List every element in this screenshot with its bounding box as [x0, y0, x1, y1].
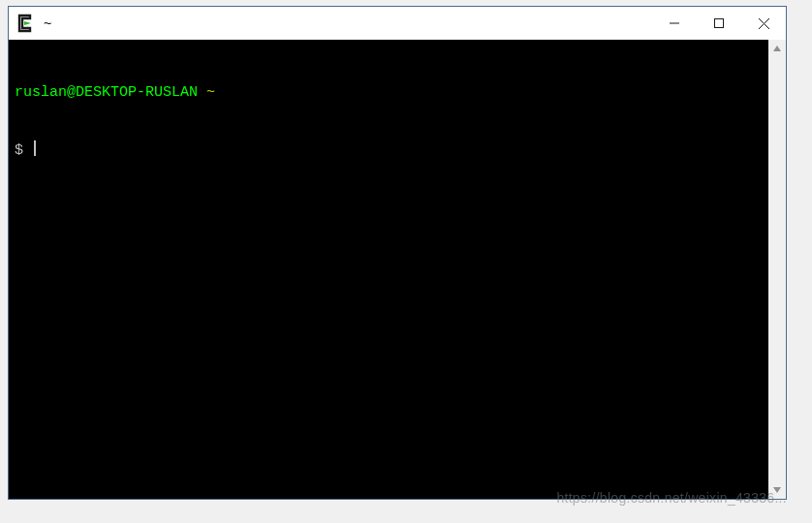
window-title: ~ [44, 15, 51, 31]
svg-marker-0 [24, 21, 31, 25]
scroll-up-icon[interactable] [768, 40, 786, 57]
prompt-symbol: $ [15, 142, 23, 159]
titlebar[interactable]: ~ [9, 7, 786, 40]
terminal-window: ~ ruslan@DESKTOP-RUSLAN ~ $ [8, 6, 787, 500]
terminal-output[interactable]: ruslan@DESKTOP-RUSLAN ~ $ [9, 40, 768, 499]
svg-rect-2 [715, 19, 724, 28]
svg-marker-6 [773, 487, 781, 493]
svg-line-3 [759, 18, 769, 29]
minimize-button[interactable] [652, 7, 697, 40]
vertical-scrollbar[interactable] [768, 40, 786, 499]
scroll-down-icon[interactable] [768, 481, 786, 499]
prompt-line-2: $ [15, 140, 761, 161]
prompt-line-1: ruslan@DESKTOP-RUSLAN ~ [15, 83, 761, 103]
cygwin-icon [16, 14, 36, 33]
terminal-area: ruslan@DESKTOP-RUSLAN ~ $ [9, 40, 786, 499]
prompt-user-host: ruslan@DESKTOP-RUSLAN [15, 84, 198, 101]
svg-line-4 [759, 18, 769, 29]
window-controls [652, 7, 786, 40]
close-button[interactable] [741, 7, 786, 40]
prompt-path: ~ [206, 84, 215, 101]
svg-marker-5 [773, 46, 781, 51]
titlebar-left: ~ [9, 14, 652, 33]
cursor [34, 140, 36, 156]
maximize-button[interactable] [697, 7, 741, 40]
